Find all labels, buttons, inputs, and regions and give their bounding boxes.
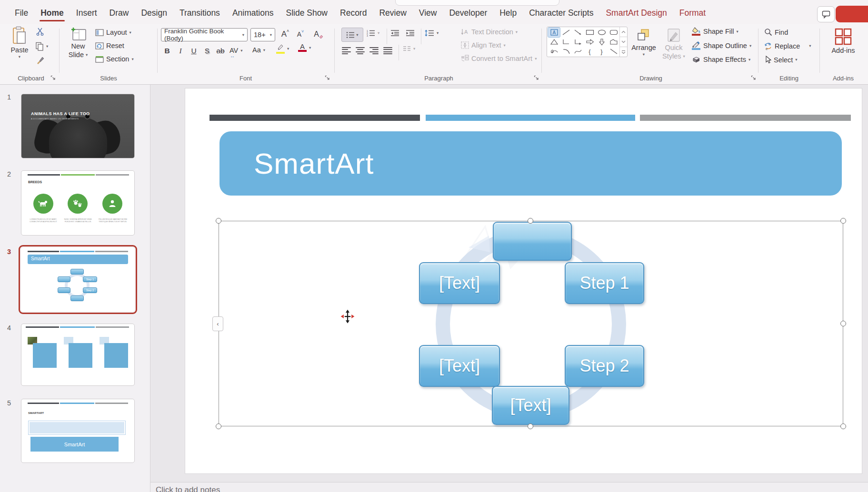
diagram-node-left-bottom[interactable]: [Text] xyxy=(419,345,500,387)
shape-arc-icon[interactable] xyxy=(560,47,572,56)
slide-5-thumbnail[interactable]: SMARTART SmartArt xyxy=(21,399,135,463)
menu-tab-file[interactable]: File xyxy=(9,2,34,24)
shapes-scroll-up-button[interactable] xyxy=(620,27,627,37)
shrink-font-button[interactable]: A˅ xyxy=(294,28,307,40)
resize-handle-bottom-left[interactable] xyxy=(216,423,221,429)
align-right-button[interactable] xyxy=(369,46,379,56)
section-button[interactable]: Section ▾ xyxy=(95,55,134,63)
resize-handle-right-middle[interactable] xyxy=(840,321,846,326)
menu-tab-draw[interactable]: Draw xyxy=(103,2,135,24)
text-direction-button[interactable]: A Text Direction ▾ xyxy=(461,28,518,36)
menu-tab-design[interactable]: Design xyxy=(135,2,173,24)
shape-right-arrow-icon[interactable] xyxy=(584,37,596,47)
bullets-button[interactable]: ▾ xyxy=(341,28,363,42)
reset-button[interactable]: Reset xyxy=(95,42,124,49)
align-left-button[interactable] xyxy=(342,46,351,56)
shape-rounded-rectangle-icon[interactable] xyxy=(608,28,619,37)
shape-right-brace-icon[interactable]: } xyxy=(596,47,608,56)
resize-handle-bottom-right[interactable] xyxy=(840,423,846,429)
slide-2-thumbnail[interactable]: BREEDS LOREM IPSUM DOLOR SIT AMET, CONSE… xyxy=(21,170,135,236)
shape-left-brace-icon[interactable]: { xyxy=(584,47,596,56)
menu-tab-insert[interactable]: Insert xyxy=(70,2,103,24)
grow-font-button[interactable]: A˄ xyxy=(279,28,291,40)
diagram-node-left-top[interactable]: [Text] xyxy=(419,262,500,304)
strikethrough-button[interactable]: ab xyxy=(214,45,227,57)
slide-1-thumbnail[interactable]: ANIMALS HAS A LIFE TOO A DOCUMENTARY BAS… xyxy=(21,94,135,158)
menu-tab-developer[interactable]: Developer xyxy=(443,2,493,24)
font-size-combo[interactable]: 18+ ▾ xyxy=(250,28,275,41)
font-dialog-launcher[interactable] xyxy=(325,75,330,80)
numbering-button[interactable]: 123 ▾ xyxy=(367,30,379,37)
arrange-button[interactable]: Arrange ▾ xyxy=(630,28,658,57)
menu-tab-transitions[interactable]: Transitions xyxy=(173,2,226,24)
line-spacing-button[interactable]: ▾ xyxy=(425,30,439,37)
menu-tab-smartart-design[interactable]: SmartArt Design xyxy=(599,2,673,24)
smartart-text-pane-toggle[interactable]: ‹ xyxy=(212,316,223,331)
slide-4-thumbnail[interactable] xyxy=(21,324,135,386)
copy-button[interactable]: ▾ xyxy=(35,42,48,51)
shape-flowchart-icon[interactable] xyxy=(608,37,619,47)
decrease-indent-button[interactable] xyxy=(390,30,399,37)
italic-button[interactable]: I xyxy=(174,45,187,57)
resize-handle-top-left[interactable] xyxy=(216,218,221,224)
character-spacing-button[interactable]: AV↔ ▾ xyxy=(229,46,243,55)
select-button[interactable]: Select ▾ xyxy=(764,56,798,64)
shape-triangle-icon[interactable] xyxy=(548,37,560,47)
find-button[interactable]: Find xyxy=(764,28,788,36)
bold-button[interactable]: B xyxy=(161,45,173,57)
slide-title-box[interactable]: SmartArt xyxy=(219,131,842,196)
shape-textbox-icon[interactable]: A xyxy=(548,28,560,37)
shape-outline-button[interactable]: Shape Outline ▾ xyxy=(692,41,751,50)
notes-panel[interactable]: Click to add notes xyxy=(150,482,868,492)
diagram-node-top[interactable] xyxy=(493,222,572,261)
menu-tab-home[interactable]: Home xyxy=(34,2,70,24)
format-painter-button[interactable] xyxy=(36,56,44,64)
shape-oval-icon[interactable] xyxy=(596,28,608,37)
diagram-node-bottom[interactable]: [Text] xyxy=(492,386,569,425)
font-color-button[interactable]: A ▾ xyxy=(298,44,311,52)
increase-indent-button[interactable] xyxy=(406,30,415,37)
addins-button[interactable]: Add-ins xyxy=(830,28,857,54)
align-center-button[interactable] xyxy=(356,46,365,56)
drawing-dialog-launcher[interactable] xyxy=(751,75,756,80)
justify-button[interactable] xyxy=(383,46,392,56)
shape-scribble-icon[interactable] xyxy=(548,47,560,56)
record-button[interactable] xyxy=(836,6,868,22)
shape-curve-icon[interactable] xyxy=(572,47,584,56)
shape-arrow-icon[interactable] xyxy=(572,28,584,37)
menu-tab-character-scripts[interactable]: Character Scripts xyxy=(523,2,599,24)
menu-tab-record[interactable]: Record xyxy=(334,2,373,24)
slide-3-thumbnail[interactable]: SmartArt Step 1 Step 2 xyxy=(21,247,135,312)
convert-to-smartart-button[interactable]: Convert to SmartArt ▾ xyxy=(461,55,537,62)
highlight-color-button[interactable]: ▾ xyxy=(276,44,289,54)
menu-tab-format[interactable]: Format xyxy=(673,2,712,24)
menu-tab-view[interactable]: View xyxy=(413,2,443,24)
shape-elbow-connector-icon[interactable] xyxy=(560,37,572,47)
columns-button[interactable]: ▾ xyxy=(403,46,415,52)
shape-rectangle-icon[interactable] xyxy=(584,28,596,37)
paragraph-dialog-launcher[interactable] xyxy=(534,75,539,80)
diagram-node-right-bottom[interactable]: Step 2 xyxy=(565,345,644,387)
resize-handle-top-center[interactable] xyxy=(528,218,533,224)
menu-tab-slideshow[interactable]: Slide Show xyxy=(279,2,334,24)
text-shadow-button[interactable]: S xyxy=(201,45,213,57)
layout-button[interactable]: Layout ▾ xyxy=(95,29,131,36)
clear-formatting-button[interactable]: A xyxy=(312,28,325,40)
comments-button[interactable] xyxy=(817,6,835,22)
notes-placeholder[interactable]: Click to add notes xyxy=(156,485,220,492)
align-text-button[interactable]: Align Text ▾ xyxy=(461,41,506,49)
new-slide-button[interactable]: New Slide▾ xyxy=(65,26,91,59)
menu-tab-review[interactable]: Review xyxy=(373,2,412,24)
replace-button[interactable]: bc Replace ▾ xyxy=(764,42,811,50)
cut-button[interactable] xyxy=(36,28,44,36)
shape-line-icon[interactable] xyxy=(560,28,572,37)
change-case-button[interactable]: Aa ▾ xyxy=(252,46,265,54)
shape-effects-button[interactable]: Shape Effects ▾ xyxy=(692,56,750,63)
menu-tab-animations[interactable]: Animations xyxy=(226,2,280,24)
font-name-combo[interactable]: Franklin Gothic Book (Body) ▾ xyxy=(161,28,248,41)
underline-button[interactable]: U xyxy=(188,45,200,57)
resize-handle-bottom-center[interactable] xyxy=(528,423,533,429)
clipboard-dialog-launcher[interactable] xyxy=(50,75,56,80)
paste-button[interactable]: Paste ▾ xyxy=(9,26,30,59)
shapes-scroll-down-button[interactable] xyxy=(620,37,627,47)
